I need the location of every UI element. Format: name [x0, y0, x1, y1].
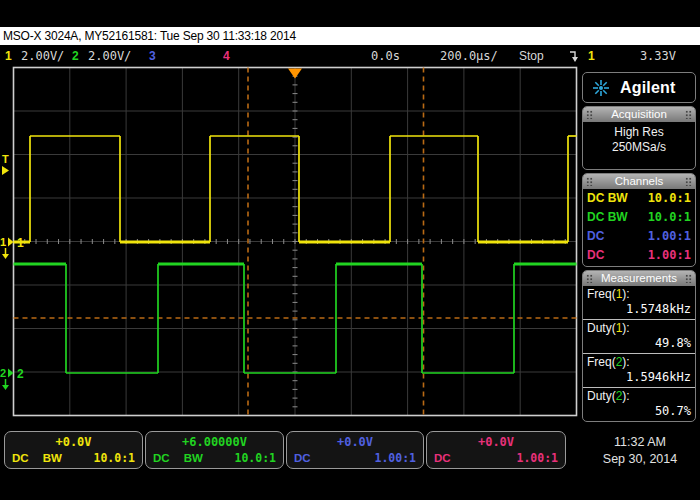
agilent-starburst-icon — [589, 76, 613, 100]
acquisition-panel: Acquisition High Res 250MSa/s — [582, 106, 696, 170]
probe-ratio: 10.0:1 — [93, 450, 135, 466]
channel-row-ch4[interactable]: DC1.00:1 — [583, 246, 695, 265]
channel-probe-ratio: 10.0:1 — [648, 208, 691, 227]
bandwidth-label: BW — [184, 450, 203, 466]
coupling-label: DC — [434, 450, 451, 466]
measurement-label: Duty(1): — [587, 321, 691, 336]
bottom-box-ch3[interactable]: +0.0VDC1.00:1 — [286, 431, 424, 469]
ch2-trace-label: 2 — [17, 367, 24, 381]
grip-icon — [685, 274, 692, 283]
ch1-ground-marker — [8, 238, 14, 247]
acquisition-title: Acquisition — [611, 108, 667, 120]
bottom-box-ch4[interactable]: +0.0VDC1.00:1 — [426, 431, 566, 469]
bottom-box-ch1[interactable]: +0.0VDCBW10.0:1 — [4, 431, 143, 469]
channel-settings: DCBW10.0:1 — [12, 450, 135, 466]
trigger-position-marker — [288, 69, 302, 79]
measurement-value: 1.5748kHz — [587, 302, 691, 317]
trigger-level-marker — [2, 166, 9, 175]
coupling-label: DC — [12, 450, 29, 466]
ch2-ground-pin-arrow — [2, 385, 9, 390]
measurement-row: Duty(1):49.8% — [583, 319, 695, 353]
grip-icon — [685, 177, 692, 186]
acquisition-panel-header[interactable]: Acquisition — [583, 107, 695, 122]
channel-row-ch2[interactable]: DC BW10.0:1 — [583, 208, 695, 227]
channel-row-ch1[interactable]: DC BW10.0:1 — [583, 189, 695, 208]
coupling-label: DC — [294, 450, 311, 466]
channel-offset: +0.0V — [434, 434, 558, 450]
measurement-value: 50.7% — [587, 404, 691, 419]
brand-name: Agilent — [620, 79, 676, 97]
measurement-label: Freq(1): — [587, 287, 691, 302]
channel-coupling: DC — [587, 246, 604, 265]
grip-icon — [586, 110, 593, 119]
coupling-label: DC — [153, 450, 170, 466]
trigger-level-label: T — [2, 153, 9, 165]
grip-icon — [586, 274, 593, 283]
acquisition-mode: High Res — [583, 125, 695, 140]
grip-icon — [685, 110, 692, 119]
ch1-ground-pin-arrow — [2, 254, 9, 259]
measurement-label: Duty(2): — [587, 389, 691, 404]
channel-settings: DC1.00:1 — [294, 450, 416, 466]
grip-icon — [586, 177, 593, 186]
channel-offset: +0.0V — [294, 434, 416, 450]
clock-time: 11:32 AM — [586, 434, 694, 451]
channels-panel-header[interactable]: Channels — [583, 174, 695, 189]
ch2-ground-label: 2 — [0, 367, 6, 379]
measurement-row: Duty(2):50.7% — [583, 387, 695, 421]
channel-probe-ratio: 10.0:1 — [648, 189, 691, 208]
channel-probe-ratio: 1.00:1 — [648, 246, 691, 265]
channel-coupling: DC — [587, 227, 604, 246]
measurement-value: 1.5946kHz — [587, 370, 691, 385]
probe-ratio: 1.00:1 — [374, 450, 416, 466]
channel-probe-ratio: 1.00:1 — [648, 227, 691, 246]
bottom-box-ch2[interactable]: +6.00000VDCBW10.0:1 — [145, 431, 284, 469]
measurements-panel-header[interactable]: Measurements — [583, 271, 695, 286]
measurement-row: Freq(1):1.5748kHz — [583, 286, 695, 319]
channels-title: Channels — [615, 175, 664, 187]
channel-offset: +6.00000V — [153, 434, 276, 450]
clock: 11:32 AM Sep 30, 2014 — [586, 434, 694, 468]
ch1-ground-label: 1 — [0, 236, 6, 248]
measurement-value: 49.8% — [587, 336, 691, 351]
measurement-row: Freq(2):1.5946kHz — [583, 353, 695, 387]
brand-logo: Agilent — [582, 72, 696, 103]
probe-ratio: 1.00:1 — [516, 450, 558, 466]
channel-settings: DCBW10.0:1 — [153, 450, 276, 466]
acquisition-sample-rate: 250MSa/s — [583, 140, 695, 155]
measurements-title: Measurements — [601, 272, 677, 284]
channel-coupling: DC BW — [587, 208, 628, 227]
measurements-panel: Measurements Freq(1):1.5748kHzDuty(1):49… — [582, 270, 696, 422]
channel-settings: DC1.00:1 — [434, 450, 558, 466]
ch2-ground-marker — [8, 369, 14, 378]
channel-coupling: DC BW — [587, 189, 628, 208]
ch1-trace-label: 1 — [17, 236, 24, 250]
probe-ratio: 10.0:1 — [234, 450, 276, 466]
channel-offset: +0.0V — [12, 434, 135, 450]
clock-date: Sep 30, 2014 — [586, 451, 694, 468]
bandwidth-label: BW — [43, 450, 62, 466]
channels-panel: Channels DC BW10.0:1DC BW10.0:1DC1.00:1D… — [582, 173, 696, 267]
measurement-label: Freq(2): — [587, 355, 691, 370]
channel-row-ch3[interactable]: DC1.00:1 — [583, 227, 695, 246]
oscilloscope-screen: MSO-X 3024A, MY52161581: Tue Sep 30 11:3… — [0, 0, 700, 500]
